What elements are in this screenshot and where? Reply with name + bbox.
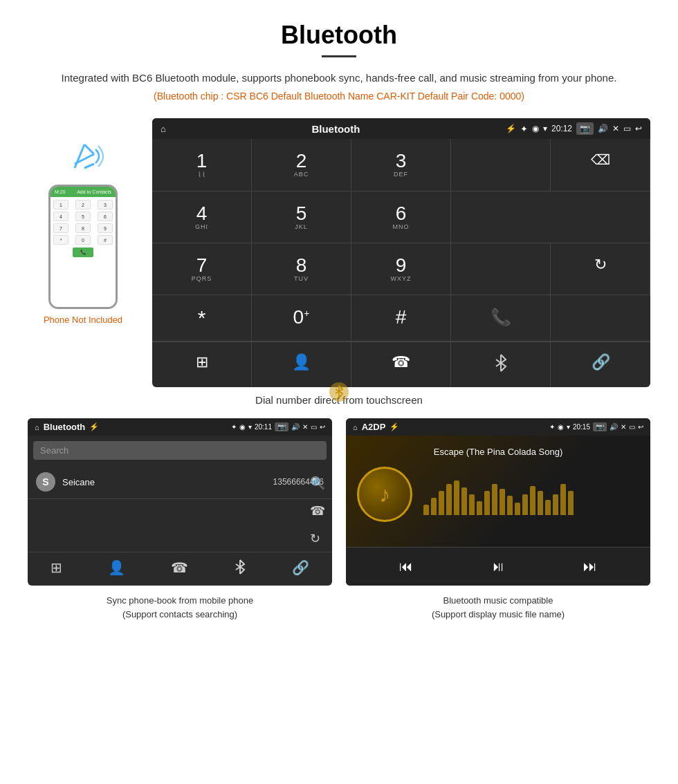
dialpad-icon[interactable]: ⊞ <box>152 342 252 387</box>
music-home-icon[interactable]: ⌂ <box>353 423 358 431</box>
display-empty-1 <box>451 139 551 192</box>
music-bar <box>530 486 535 515</box>
pb-window[interactable]: ▭ <box>311 423 317 431</box>
contacts-icon[interactable]: 👤 <box>252 342 351 387</box>
dial-screen-title: Bluetooth <box>311 123 360 135</box>
key-0[interactable]: 0+ <box>252 295 351 342</box>
key-4[interactable]: 4 GHI <box>152 192 252 243</box>
close-icon[interactable]: ✕ <box>612 124 619 133</box>
pb-link-icon[interactable]: 🔗 <box>292 559 309 577</box>
phonebook-caption-line1: Sync phone-book from mobile phone <box>107 595 253 606</box>
phonebook-screen: ⌂ Bluetooth ⚡ ✦ ◉ ▾ 20:11 📷 🔊 ✕ ▭ ↩ Sear… <box>28 418 332 586</box>
signal-icon: ▾ <box>543 124 547 133</box>
pb-bt-bottom-icon[interactable] <box>234 559 246 577</box>
music-bar <box>446 484 452 515</box>
pb-phone-icon[interactable]: ☎ <box>171 559 188 577</box>
pb-location: ◉ <box>239 423 246 431</box>
pb-search-icon[interactable]: 🔍 <box>310 476 325 491</box>
pb-dialpad-icon[interactable]: ⊞ <box>51 559 62 577</box>
volume-icon[interactable]: 🔊 <box>598 124 608 133</box>
music-close[interactable]: ✕ <box>621 423 626 431</box>
music-bar <box>484 491 490 515</box>
music-back[interactable]: ↩ <box>638 423 643 431</box>
refresh-key[interactable]: ↻ <box>551 243 650 295</box>
key-3[interactable]: 3 DEF <box>351 139 451 192</box>
music-bar <box>477 501 482 515</box>
home-icon[interactable]: ⌂ <box>161 124 166 134</box>
empty-2 <box>451 192 650 243</box>
phone-not-included-label: Phone Not Included <box>44 315 122 325</box>
music-location: ◉ <box>558 423 564 431</box>
prev-button[interactable]: ⏮ <box>395 554 417 579</box>
title-divider <box>322 55 356 57</box>
search-bar[interactable]: Search <box>33 441 327 460</box>
key-star[interactable]: * <box>152 295 252 342</box>
key-6[interactable]: 6 MNO <box>351 192 451 243</box>
recent-calls-icon[interactable]: ☎ <box>351 342 451 387</box>
music-bar <box>423 505 429 515</box>
page-title: Bluetooth <box>28 21 650 50</box>
back-icon[interactable]: ↩ <box>635 124 642 133</box>
music-signal: ▾ <box>567 423 570 431</box>
music-screen: ⌂ A2DP ⚡ ✦ ◉ ▾ 20:15 📷 🔊 ✕ ▭ ↩ Escape (T… <box>346 418 650 586</box>
specs-line: (Bluetooth chip : CSR BC6 Default Blueto… <box>28 91 650 102</box>
pb-time: 20:11 <box>255 423 272 431</box>
next-button[interactable]: ⏭ <box>579 554 601 579</box>
music-bar <box>538 491 543 515</box>
key-7[interactable]: 7 PQRS <box>152 243 252 295</box>
pb-call-icon[interactable]: ☎ <box>310 503 325 519</box>
phone-illustration: M:20Add to Contacts 1 2 3 4 5 6 7 8 9 <box>28 118 138 325</box>
location-icon: ◉ <box>532 124 539 133</box>
pb-usb-icon: ⚡ <box>89 422 99 431</box>
key-5[interactable]: 5 JKL <box>252 192 351 243</box>
camera-icon[interactable]: 📷 <box>576 122 594 135</box>
key-9[interactable]: 9 WXYZ <box>351 243 451 295</box>
pb-close[interactable]: ✕ <box>302 423 308 431</box>
bluetooth-bottom-icon[interactable] <box>451 342 551 387</box>
music-bar <box>454 480 459 515</box>
music-window[interactable]: ▭ <box>629 423 635 431</box>
music-visualizer <box>423 480 574 515</box>
contact-row[interactable]: S Seicane 13566664466 <box>28 465 332 499</box>
music-bar <box>545 500 551 515</box>
music-time: 20:15 <box>573 423 590 431</box>
empty-4a <box>551 295 650 342</box>
music-camera[interactable]: 📷 <box>593 422 607 431</box>
pb-person-icon[interactable]: 👤 <box>108 559 125 577</box>
pb-signal: ▾ <box>248 423 252 431</box>
music-caption-line1: Bluetooth music compatible <box>443 595 553 606</box>
usb-icon: ⚡ <box>506 124 516 133</box>
key-hash[interactable]: # <box>351 295 451 342</box>
link-icon[interactable]: 🔗 <box>551 342 650 387</box>
backspace-key[interactable]: ⌫ <box>551 139 650 192</box>
pb-bottom-bar: ⊞ 👤 ☎ 🔗 <box>28 552 332 584</box>
play-pause-button[interactable]: ⏯ <box>487 554 509 579</box>
pb-vol[interactable]: 🔊 <box>291 423 300 431</box>
key-2[interactable]: 2 ABC <box>252 139 351 192</box>
pb-home-icon[interactable]: ⌂ <box>35 423 39 431</box>
music-title: A2DP <box>362 422 386 432</box>
phonebook-caption: Sync phone-book from mobile phone (Suppo… <box>28 594 332 621</box>
music-bar <box>522 494 528 515</box>
music-bar <box>469 494 475 515</box>
window-icon[interactable]: ▭ <box>623 124 631 133</box>
time-display: 20:12 <box>551 124 572 133</box>
call-button[interactable]: 📞 <box>451 295 551 342</box>
phonebook-caption-line2: (Support contacts searching) <box>122 609 237 619</box>
pb-statusbar: ⌂ Bluetooth ⚡ ✦ ◉ ▾ 20:11 📷 🔊 ✕ ▭ ↩ <box>28 418 332 436</box>
music-content: Escape (The Pina Colada Song) ♪ <box>346 436 650 547</box>
empty-3 <box>451 243 551 295</box>
music-bar <box>439 491 444 515</box>
key-8[interactable]: 8 TUV <box>252 243 351 295</box>
phone-screen-top: M:20Add to Contacts <box>51 187 116 197</box>
music-caption-line2: (Support display music file name) <box>432 609 565 619</box>
music-vol[interactable]: 🔊 <box>610 423 618 431</box>
pb-camera[interactable]: 📷 <box>275 422 288 431</box>
bluetooth-signal-icon <box>62 139 104 178</box>
key-1[interactable]: 1 ⌇⌇ <box>152 139 252 192</box>
description-text: Integrated with BC6 Bluetooth module, su… <box>28 70 650 86</box>
pb-back[interactable]: ↩ <box>320 423 325 431</box>
bt-icon: ✦ <box>520 124 528 134</box>
phonebook-area: Search S Seicane 13566664466 🔍 ☎ ↻ <box>28 441 332 538</box>
pb-refresh-icon[interactable]: ↻ <box>310 531 325 546</box>
